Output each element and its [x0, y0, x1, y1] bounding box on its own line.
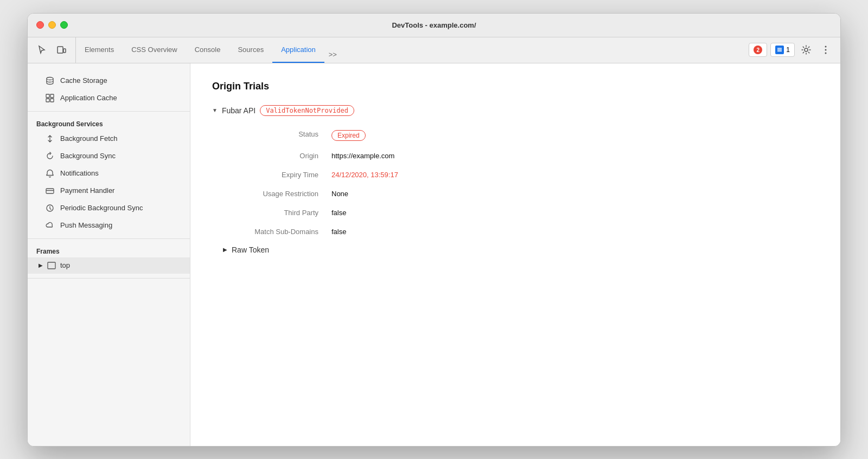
maximize-button[interactable] [60, 21, 68, 29]
background-fetch-label: Background Fetch [60, 134, 118, 143]
error-badge-button[interactable]: 2 [749, 43, 767, 57]
expiry-value: 24/12/2020, 13:59:17 [331, 165, 819, 184]
application-cache-label: Application Cache [60, 94, 117, 102]
sidebar-item-push-messaging[interactable]: Push Messaging [28, 217, 190, 234]
sidebar-item-background-sync[interactable]: Background Sync [28, 147, 190, 165]
third-party-value: false [331, 203, 819, 222]
close-button[interactable] [36, 21, 44, 29]
minimize-button[interactable] [48, 21, 56, 29]
raw-token-label: Raw Token [232, 245, 269, 254]
card-icon [45, 186, 55, 196]
sidebar-item-periodic-background-sync[interactable]: Periodic Background Sync [28, 199, 190, 217]
svg-rect-13 [50, 99, 54, 102]
devtools-window: DevTools - example.com/ Elements CSS Ove… [27, 13, 841, 447]
svg-rect-3 [777, 51, 782, 52]
third-party-label: Third Party [223, 203, 331, 222]
clock-icon [45, 203, 55, 213]
payment-handler-label: Payment Handler [60, 186, 114, 195]
device-toggle-icon[interactable] [54, 42, 69, 57]
info-badge-button[interactable]: 1 [770, 43, 795, 57]
sidebar-item-notifications[interactable]: Notifications [28, 165, 190, 182]
svg-point-8 [825, 53, 827, 54]
tab-bar-right: 2 1 [744, 37, 834, 63]
toolbar-icons [34, 37, 76, 63]
sync-icon [45, 151, 55, 161]
svg-point-5 [805, 48, 808, 51]
svg-point-9 [47, 77, 53, 80]
frames-top-label: top [60, 261, 70, 269]
svg-rect-1 [63, 49, 66, 53]
svg-point-6 [825, 46, 827, 48]
usage-restriction-label: Usage Restriction [223, 184, 331, 203]
arrows-updown-icon [45, 134, 55, 144]
svg-rect-4 [777, 48, 782, 49]
periodic-background-sync-label: Periodic Background Sync [60, 204, 143, 212]
page-title: Origin Trials [212, 81, 819, 92]
cache-storage-label: Cache Storage [60, 76, 107, 85]
svg-rect-11 [50, 94, 54, 98]
tab-sources[interactable]: Sources [229, 37, 272, 63]
grid-icon [45, 93, 55, 103]
trial-name: Fubar API [222, 106, 256, 115]
notifications-label: Notifications [60, 169, 99, 177]
settings-icon[interactable] [798, 42, 814, 58]
sidebar-item-background-fetch[interactable]: Background Fetch [28, 130, 190, 147]
frames-title: Frames [28, 243, 190, 257]
error-count: 2 [754, 46, 762, 54]
background-services-section: Background Services Background Fetch [28, 112, 190, 239]
trial-header: ▼ Fubar API ValidTokenNotProvided [212, 105, 819, 116]
tab-console[interactable]: Console [186, 37, 229, 63]
cursor-icon[interactable] [34, 42, 49, 57]
tab-elements[interactable]: Elements [76, 37, 123, 63]
frames-arrow-icon: ▶ [39, 262, 43, 268]
raw-token-row[interactable]: ▶ Raw Token [223, 245, 819, 254]
svg-rect-17 [48, 262, 55, 269]
match-subdomains-value: false [331, 222, 819, 241]
trial-expand-icon[interactable]: ▼ [212, 107, 218, 113]
trial-details: Status Expired Origin https://example.co… [223, 125, 819, 241]
info-count: 1 [786, 46, 790, 54]
main-content: Cache Storage Application Cache [28, 63, 840, 446]
tab-bar: Elements CSS Overview Console Sources Ap… [28, 37, 840, 63]
sidebar-item-cache-storage[interactable]: Cache Storage [28, 72, 190, 89]
svg-rect-10 [46, 94, 49, 98]
status-value: Expired [331, 125, 819, 146]
svg-rect-12 [46, 99, 49, 102]
database-icon [45, 76, 55, 86]
background-services-title: Background Services [28, 116, 190, 130]
push-messaging-label: Push Messaging [60, 221, 112, 229]
expired-badge: Expired [331, 130, 366, 141]
storage-section: Cache Storage Application Cache [28, 68, 190, 112]
svg-point-7 [825, 49, 827, 51]
svg-rect-0 [58, 47, 63, 53]
more-options-icon[interactable] [818, 42, 834, 58]
content-area: Origin Trials ▼ Fubar API ValidTokenNotP… [190, 63, 840, 446]
expiry-label: Expiry Time [223, 165, 331, 184]
match-subdomains-label: Match Sub-Domains [223, 222, 331, 241]
svg-rect-2 [777, 49, 782, 50]
sidebar: Cache Storage Application Cache [28, 63, 190, 446]
frame-icon [47, 261, 56, 270]
raw-token-arrow-icon: ▶ [223, 247, 227, 253]
tabs: Elements CSS Overview Console Sources Ap… [76, 37, 744, 63]
trial-section: ▼ Fubar API ValidTokenNotProvided Status… [212, 105, 819, 254]
token-badge: ValidTokenNotProvided [260, 105, 354, 116]
more-tabs-button[interactable]: >> [324, 46, 341, 63]
sidebar-item-application-cache[interactable]: Application Cache [28, 89, 190, 107]
title-bar: DevTools - example.com/ [28, 14, 840, 37]
status-label: Status [223, 125, 331, 146]
sidebar-item-top[interactable]: ▶ top [28, 257, 190, 274]
sidebar-item-payment-handler[interactable]: Payment Handler [28, 182, 190, 199]
svg-rect-14 [46, 189, 54, 193]
origin-label: Origin [223, 146, 331, 165]
window-title: DevTools - example.com/ [392, 21, 476, 29]
background-sync-label: Background Sync [60, 152, 116, 160]
frames-section: Frames ▶ top [28, 239, 190, 279]
tab-application[interactable]: Application [272, 37, 324, 63]
tab-css-overview[interactable]: CSS Overview [123, 37, 186, 63]
usage-restriction-value: None [331, 184, 819, 203]
info-icon [775, 46, 784, 54]
origin-value: https://example.com [331, 146, 819, 165]
traffic-lights [36, 21, 68, 29]
bell-icon [45, 169, 55, 178]
